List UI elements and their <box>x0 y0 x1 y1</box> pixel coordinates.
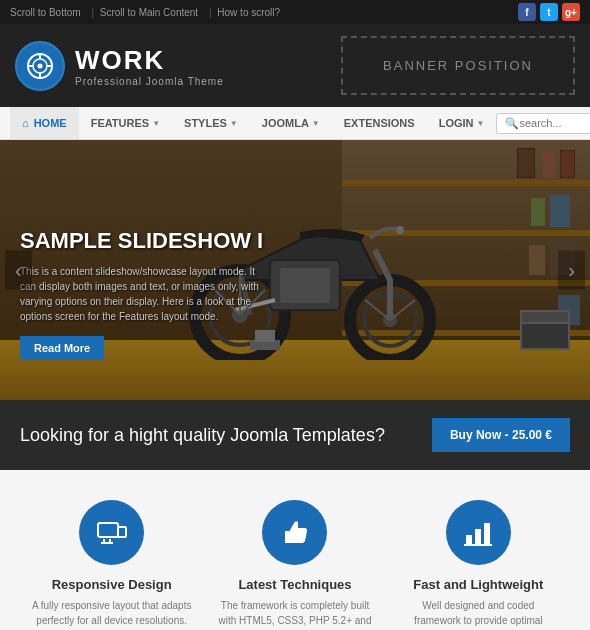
shelf-item <box>517 148 535 178</box>
nav-search[interactable]: 🔍 <box>496 113 590 134</box>
svg-point-15 <box>396 226 404 234</box>
joomla-arrow-icon: ▼ <box>312 119 320 128</box>
features-section: Responsive Design A fully responsive lay… <box>0 470 590 630</box>
svg-rect-30 <box>475 529 481 545</box>
banner-position: BANNER POSITION <box>341 36 575 95</box>
nav-home[interactable]: ⌂ HOME <box>10 107 79 139</box>
styles-arrow-icon: ▼ <box>230 119 238 128</box>
nav-joomla-label: JOOMLA <box>262 117 309 129</box>
logo-icon[interactable] <box>15 41 65 91</box>
how-to-scroll-link[interactable]: How to scroll? <box>217 7 280 18</box>
shelf-item <box>531 198 545 226</box>
feature-responsive-desc: A fully responsive layout that adapts pe… <box>32 598 192 628</box>
slideshow: SAMPLE SLIDESHOW I This is a content sli… <box>0 140 590 400</box>
cta-button[interactable]: Buy Now - 25.00 € <box>432 418 570 452</box>
nav-styles[interactable]: STYLES ▼ <box>172 107 250 139</box>
home-icon: ⌂ <box>22 117 29 129</box>
nav-login-label: LOGIN <box>439 117 474 129</box>
feature-techniques-desc: The framework is completely built with H… <box>215 598 375 630</box>
logo-text: WORK Professional Joomla Theme <box>75 45 224 87</box>
header: WORK Professional Joomla Theme BANNER PO… <box>0 24 590 107</box>
svg-rect-25 <box>118 527 126 537</box>
nav-styles-label: STYLES <box>184 117 227 129</box>
search-icon: 🔍 <box>505 117 519 130</box>
googleplus-icon[interactable]: g+ <box>562 3 580 21</box>
chart-icon <box>462 517 494 549</box>
logo-svg <box>26 52 54 80</box>
svg-rect-14 <box>280 268 330 303</box>
feature-fast: Fast and Lightweight Well designed and c… <box>398 500 558 630</box>
cta-text: Looking for a hight quality Joomla Templ… <box>20 425 385 446</box>
nav-extensions[interactable]: EXTENSIONS <box>332 107 427 139</box>
twitter-icon[interactable]: t <box>540 3 558 21</box>
search-input[interactable] <box>519 117 590 129</box>
shelf-item <box>550 195 570 227</box>
features-arrow-icon: ▼ <box>152 119 160 128</box>
scroll-bottom-link[interactable]: Scroll to Bottom <box>10 7 81 18</box>
feature-techniques: Latest Techniques The framework is compl… <box>215 500 375 630</box>
svg-point-2 <box>38 63 43 68</box>
cta-banner: Looking for a hight quality Joomla Templ… <box>0 400 590 470</box>
nav-items: ⌂ HOME FEATURES ▼ STYLES ▼ JOOMLA ▼ EXTE… <box>10 107 496 139</box>
shelf-item <box>543 152 555 178</box>
slide-text: This is a content slideshow/showcase lay… <box>20 264 266 324</box>
svg-line-21 <box>390 300 415 320</box>
logo-title: WORK <box>75 45 224 76</box>
feature-fast-desc: Well designed and coded framework to pro… <box>398 598 558 630</box>
shelf-item <box>560 150 575 178</box>
responsive-icon <box>96 517 128 549</box>
svg-rect-24 <box>98 523 118 537</box>
chart-icon-circle <box>446 500 511 565</box>
toolbox <box>520 310 570 350</box>
login-arrow-icon: ▼ <box>477 119 485 128</box>
nav-joomla[interactable]: JOOMLA ▼ <box>250 107 332 139</box>
thumbsup-icon-circle <box>262 500 327 565</box>
logo-area: WORK Professional Joomla Theme <box>15 41 224 91</box>
feature-responsive: Responsive Design A fully responsive lay… <box>32 500 192 628</box>
nav-extensions-label: EXTENSIONS <box>344 117 415 129</box>
feature-fast-title: Fast and Lightweight <box>398 577 558 592</box>
slide-prev-arrow[interactable]: ‹ <box>5 251 32 290</box>
svg-rect-29 <box>466 535 472 545</box>
svg-line-20 <box>365 300 390 320</box>
thumbsup-icon <box>279 517 311 549</box>
nav-features[interactable]: FEATURES ▼ <box>79 107 172 139</box>
topbar: Scroll to Bottom | Scroll to Main Conten… <box>0 0 590 24</box>
svg-rect-31 <box>484 523 490 545</box>
slide-title: SAMPLE SLIDESHOW I <box>20 228 266 254</box>
feature-responsive-title: Responsive Design <box>32 577 192 592</box>
nav-features-label: FEATURES <box>91 117 149 129</box>
facebook-icon[interactable]: f <box>518 3 536 21</box>
read-more-button[interactable]: Read More <box>20 336 104 360</box>
nav-login[interactable]: LOGIN ▼ <box>427 107 497 139</box>
topbar-social: f t g+ <box>518 3 580 21</box>
topbar-links: Scroll to Bottom | Scroll to Main Conten… <box>10 7 285 18</box>
nav-home-label: HOME <box>34 117 67 129</box>
logo-subtitle: Professional Joomla Theme <box>75 76 224 87</box>
slide-next-arrow[interactable]: › <box>558 251 585 290</box>
slide-content: SAMPLE SLIDESHOW I This is a content sli… <box>20 228 266 360</box>
shelf-item <box>529 245 545 275</box>
feature-techniques-title: Latest Techniques <box>215 577 375 592</box>
scroll-main-link[interactable]: Scroll to Main Content <box>100 7 198 18</box>
responsive-icon-circle <box>79 500 144 565</box>
navbar: ⌂ HOME FEATURES ▼ STYLES ▼ JOOMLA ▼ EXTE… <box>0 107 590 140</box>
